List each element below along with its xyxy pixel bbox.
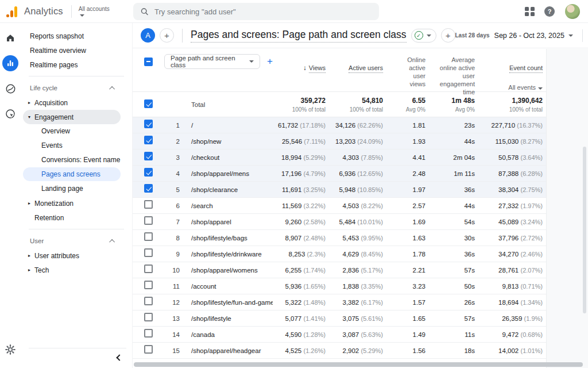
chevron-down-icon — [249, 60, 254, 63]
chevron-right-icon: ▸ — [24, 100, 34, 105]
horizontal-scrollbar[interactable] — [134, 362, 583, 367]
column-header-online-active-user-views[interactable]: Online active user views — [383, 49, 425, 88]
row-checkbox[interactable] — [144, 168, 153, 177]
help-icon[interactable]: ? — [544, 6, 555, 17]
column-header-avg-engagement-time[interactable]: Average online active user engagement ti… — [425, 49, 475, 96]
sidebar-item-label: Pages and screens — [41, 170, 100, 178]
chevron-right-icon: ▸ — [24, 201, 34, 206]
table-row: 3/checkout18,994 (5.29%)4,303 (7.85%)4.4… — [133, 150, 546, 166]
select-all-checkbox[interactable] — [144, 57, 153, 66]
chevron-down-icon: ▾ — [24, 114, 34, 120]
sidebar-item-label: Tech — [34, 266, 49, 274]
row-event-count: 18,694 (1.34%) — [475, 299, 543, 306]
row-active-users: 6,936 (12.65%) — [326, 170, 383, 177]
sidebar-item-life-cycle[interactable]: Life cycle — [23, 80, 121, 95]
row-checkbox[interactable] — [144, 281, 153, 289]
row-views: 25,546 (7.11%) — [273, 138, 326, 145]
home-icon[interactable] — [2, 30, 18, 46]
search-input[interactable] — [154, 7, 372, 16]
sidebar-item-user[interactable]: User — [23, 233, 121, 248]
date-range-picker[interactable]: Sep 26 - Oct 23, 2025 — [494, 32, 564, 40]
total-checkbox[interactable] — [144, 99, 153, 108]
row-page-path: /shop/apparel — [181, 218, 273, 225]
report-saved-status[interactable]: ✓ — [411, 29, 436, 43]
row-event-count: 9,472 (0.68%) — [475, 331, 543, 338]
admin-gear-icon[interactable] — [5, 344, 16, 358]
row-active-users: 3,087 (5.63%) — [326, 331, 383, 338]
row-checkbox[interactable] — [144, 152, 153, 160]
row-page-path: /checkout — [181, 154, 273, 161]
explore-icon[interactable] — [2, 80, 18, 97]
vertical-scrollbar[interactable] — [583, 147, 586, 313]
table-row: 10/shop/apparel/womens6,255 (1.74%)2,836… — [133, 262, 546, 278]
row-active-users: 4,303 (7.85%) — [326, 154, 383, 161]
sidebar-item-realtime-pages[interactable]: Realtime pages — [23, 57, 121, 72]
chevron-right-icon: ▸ — [24, 253, 34, 258]
sidebar-item-realtime-overview[interactable]: Realtime overview — [23, 43, 121, 57]
sidebar-item-reports-snapshot[interactable]: Reports snapshot — [23, 29, 121, 43]
row-checkbox[interactable] — [144, 345, 153, 354]
row-rank: 13 — [161, 315, 181, 322]
row-checkbox[interactable] — [144, 264, 153, 273]
sidebar-item-tech[interactable]: ▸Tech — [23, 263, 121, 277]
row-checkbox[interactable] — [144, 297, 153, 305]
row-active-users: 1,838 (3.35%) — [326, 283, 383, 290]
reports-icon[interactable] — [2, 55, 18, 71]
row-views: 11,569 (3.22%) — [273, 202, 326, 209]
row-rank: 7 — [161, 218, 181, 225]
account-switcher[interactable]: All accounts — [79, 6, 110, 17]
row-event-count: 37,796 (2.72%) — [475, 235, 543, 241]
row-online-views: 1.69 — [383, 218, 425, 225]
app-bar: Analytics All accounts ? — [0, 0, 588, 23]
row-event-count: 50,578 (3.64%) — [475, 154, 543, 161]
row-checkbox[interactable] — [144, 184, 153, 193]
property-badge[interactable]: A — [141, 28, 155, 43]
row-online-views: 2.57 — [383, 202, 425, 209]
row-checkbox[interactable] — [144, 248, 153, 257]
row-checkbox[interactable] — [144, 200, 153, 209]
collapse-sidebar-icon[interactable] — [116, 354, 122, 361]
row-checkbox[interactable] — [144, 313, 153, 321]
row-checkbox[interactable] — [144, 136, 153, 144]
sidebar-item-label: Reports snapshot — [30, 32, 84, 40]
global-search[interactable] — [133, 3, 379, 20]
column-header-active-users[interactable]: Active users — [326, 49, 383, 72]
sidebar-item-conversions-event-name[interactable]: Conversions: Event name — [23, 153, 121, 167]
add-dimension-button[interactable]: + — [267, 56, 273, 67]
row-page-path: /shop/apparel/mens — [181, 170, 273, 177]
sidebar-item-overview[interactable]: Overview — [23, 124, 121, 138]
table-row: 7/shop/apparel9,260 (2.58%)5,484 (10.01%… — [133, 214, 546, 230]
sidebar-item-landing-page[interactable]: Landing page — [23, 182, 121, 195]
total-online-views: 6.55Avg 0% — [383, 97, 425, 113]
row-rank: 14 — [161, 331, 181, 338]
apps-grid-icon[interactable] — [525, 7, 534, 16]
row-rank: 8 — [161, 235, 181, 241]
avatar[interactable] — [565, 4, 580, 19]
add-property-button[interactable]: + — [160, 28, 174, 43]
advertising-icon[interactable] — [2, 106, 18, 122]
sidebar-item-pages-and-screens[interactable]: Pages and screens — [23, 167, 121, 181]
sidebar-divider — [29, 229, 124, 229]
row-page-path: /shop/new — [181, 138, 273, 145]
column-header-views[interactable]: ↓Views — [273, 49, 326, 72]
column-header-event-count[interactable]: Event count All events — [475, 49, 543, 99]
sidebar-item-user-attributes[interactable]: ▸User attributes — [23, 248, 121, 263]
row-checkbox[interactable] — [144, 216, 153, 225]
sidebar-item-acquisition[interactable]: ▸Acquisition — [23, 95, 121, 110]
row-checkbox[interactable] — [144, 232, 153, 241]
sidebar-item-retention[interactable]: Retention — [23, 210, 121, 225]
sidebar-item-label: Conversions: Event name — [41, 156, 120, 164]
dimension-dropdown[interactable]: Page path and screen class — [164, 54, 260, 69]
row-checkbox[interactable] — [144, 120, 153, 128]
report-title[interactable]: Pages and screens: Page path and screen … — [191, 29, 407, 43]
event-filter-dropdown[interactable]: All events — [475, 83, 543, 91]
row-avg-engagement: 1m 11s — [425, 170, 475, 177]
row-active-users: 3,382 (6.17%) — [326, 299, 383, 306]
sidebar-item-events[interactable]: Events — [23, 139, 121, 152]
sidebar-item-engagement[interactable]: ▾Engagement — [23, 110, 121, 124]
add-report-button[interactable]: + — [441, 28, 455, 43]
table-row: 2/shop/new25,546 (7.11%)13,203 (24.09%)1… — [133, 133, 546, 150]
row-checkbox[interactable] — [144, 329, 153, 338]
sidebar-item-monetization[interactable]: ▸Monetization — [23, 196, 121, 210]
divider — [71, 5, 72, 18]
